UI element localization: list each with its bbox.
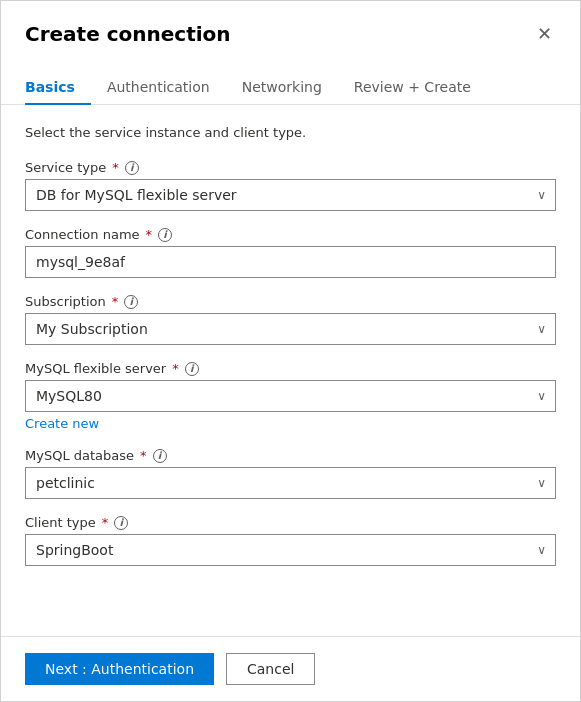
- client-type-info-icon[interactable]: i: [114, 516, 128, 530]
- modal-body: Select the service instance and client t…: [1, 105, 580, 636]
- tab-authentication[interactable]: Authentication: [91, 71, 226, 105]
- close-button[interactable]: ✕: [533, 21, 556, 47]
- subscription-label: Subscription * i: [25, 294, 556, 309]
- client-type-select[interactable]: SpringBoot: [25, 534, 556, 566]
- subscription-select-wrapper: My Subscription: [25, 313, 556, 345]
- service-type-required: *: [112, 160, 119, 175]
- tab-basics[interactable]: Basics: [25, 71, 91, 105]
- connection-name-input[interactable]: [25, 246, 556, 278]
- modal-header: Create connection ✕: [1, 1, 580, 47]
- connection-name-label: Connection name * i: [25, 227, 556, 242]
- service-type-group: Service type * i DB for MySQL flexible s…: [25, 160, 556, 211]
- subscription-required: *: [112, 294, 119, 309]
- mysql-database-select-wrapper: petclinic: [25, 467, 556, 499]
- mysql-server-group: MySQL flexible server * i MySQL80 Create…: [25, 361, 556, 432]
- tab-networking[interactable]: Networking: [226, 71, 338, 105]
- mysql-database-label: MySQL database * i: [25, 448, 556, 463]
- client-type-label: Client type * i: [25, 515, 556, 530]
- create-connection-modal: Create connection ✕ Basics Authenticatio…: [0, 0, 581, 702]
- connection-name-required: *: [146, 227, 153, 242]
- service-type-label: Service type * i: [25, 160, 556, 175]
- modal-title: Create connection: [25, 22, 231, 46]
- mysql-database-required: *: [140, 448, 147, 463]
- mysql-server-required: *: [172, 361, 179, 376]
- client-type-required: *: [102, 515, 109, 530]
- tab-bar: Basics Authentication Networking Review …: [1, 55, 580, 105]
- mysql-database-info-icon[interactable]: i: [153, 449, 167, 463]
- mysql-server-info-icon[interactable]: i: [185, 362, 199, 376]
- section-description: Select the service instance and client t…: [25, 125, 556, 140]
- service-type-select[interactable]: DB for MySQL flexible server: [25, 179, 556, 211]
- connection-name-info-icon[interactable]: i: [158, 228, 172, 242]
- mysql-server-select[interactable]: MySQL80: [25, 380, 556, 412]
- mysql-server-select-wrapper: MySQL80: [25, 380, 556, 412]
- service-type-select-wrapper: DB for MySQL flexible server: [25, 179, 556, 211]
- subscription-info-icon[interactable]: i: [124, 295, 138, 309]
- modal-footer: Next : Authentication Cancel: [1, 636, 580, 701]
- mysql-database-group: MySQL database * i petclinic: [25, 448, 556, 499]
- mysql-database-select[interactable]: petclinic: [25, 467, 556, 499]
- client-type-group: Client type * i SpringBoot: [25, 515, 556, 566]
- create-new-link[interactable]: Create new: [25, 416, 99, 431]
- tab-review-create[interactable]: Review + Create: [338, 71, 487, 105]
- cancel-button[interactable]: Cancel: [226, 653, 315, 685]
- service-type-info-icon[interactable]: i: [125, 161, 139, 175]
- client-type-select-wrapper: SpringBoot: [25, 534, 556, 566]
- connection-name-group: Connection name * i: [25, 227, 556, 278]
- mysql-server-label: MySQL flexible server * i: [25, 361, 556, 376]
- next-authentication-button[interactable]: Next : Authentication: [25, 653, 214, 685]
- subscription-select[interactable]: My Subscription: [25, 313, 556, 345]
- subscription-group: Subscription * i My Subscription: [25, 294, 556, 345]
